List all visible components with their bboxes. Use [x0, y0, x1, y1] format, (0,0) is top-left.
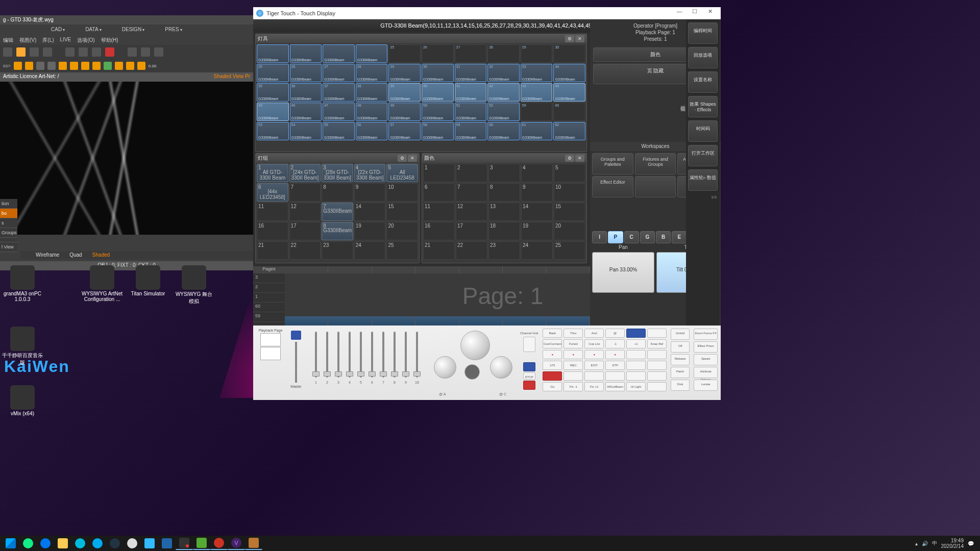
fixture-cell[interactable]: 29G330IIBeam [388, 64, 421, 82]
view-tab[interactable]: Wireframe [36, 252, 59, 258]
taskbar-recorder[interactable] [176, 537, 193, 550]
hw-button[interactable]: Zoom Focus FX [694, 329, 718, 340]
group-cell[interactable]: 6[44x LED23458] [257, 183, 288, 202]
fader-2[interactable]: 2 [324, 329, 331, 397]
hw-button[interactable] [626, 350, 646, 359]
group-cell[interactable]: 5All LED23458 [386, 164, 418, 182]
workspace-button[interactable]: Groups and Palettes [592, 153, 633, 174]
group-cell[interactable]: 12 [289, 203, 321, 221]
hw-button[interactable] [564, 371, 583, 381]
group-cell[interactable]: 21 [257, 241, 288, 260]
page-button[interactable]: 3 [253, 273, 285, 283]
colour-cell[interactable]: 13 [488, 203, 520, 221]
ime-indicator[interactable]: 中 [932, 540, 937, 547]
hw-button[interactable]: EXIT [584, 361, 604, 370]
hw-button[interactable] [543, 350, 562, 359]
fixture-cell[interactable]: 28 [487, 44, 520, 63]
group-cell[interactable]: 11 [257, 203, 288, 221]
wheel-a[interactable] [434, 356, 456, 379]
group-cell[interactable]: 19 [354, 222, 386, 240]
fixture-cell[interactable]: 34G330IIBeam [553, 64, 585, 82]
desktop-icon[interactable]: Titan Simulator [128, 265, 168, 296]
menu-button[interactable]: 编程时间 [688, 22, 718, 44]
fixture-cell[interactable]: 60 [553, 103, 585, 121]
hw-button[interactable] [647, 329, 667, 338]
side-tab[interactable]: l View [0, 242, 17, 252]
wysiwyg-side-tabs[interactable]: tionbosGroupsl View [0, 199, 17, 252]
colour-cell[interactable]: 16 [423, 222, 455, 240]
fixture-cell[interactable]: 57G330IIBeam [388, 122, 421, 140]
notifications-icon[interactable]: 💬 [968, 541, 974, 546]
fixture-cell[interactable]: 30 [553, 44, 585, 63]
group-cell[interactable]: 7G330IIBeam [322, 203, 353, 221]
fixture-cell[interactable]: 45G330IIBeam [257, 103, 289, 121]
attr-button-b[interactable]: B [656, 231, 671, 243]
hw-button[interactable] [626, 361, 646, 370]
fixture-cell[interactable]: G330IIBeam [290, 44, 322, 63]
colour-cell[interactable]: 1 [423, 164, 455, 182]
colour-cell[interactable]: 2 [456, 164, 487, 182]
fader-4[interactable]: 4 [346, 329, 353, 397]
panel-settings-button[interactable]: ⚙ [398, 155, 407, 162]
menu-button[interactable]: 效果 Shapes · Effects [688, 96, 718, 117]
colour-cell[interactable]: 11 [423, 203, 455, 221]
taskbar-titan[interactable] [210, 537, 228, 550]
hw-button[interactable] [605, 350, 625, 359]
fader-10[interactable]: 10 [413, 329, 421, 397]
group-cell[interactable]: 3[28x GTD-330II Beam] [322, 164, 353, 182]
wysiwyg-view-tabs[interactable]: WireframeQuadShaded [20, 251, 253, 259]
fader-6[interactable]: 6 [369, 329, 376, 397]
group-cell[interactable]: 14 [354, 203, 386, 221]
fixture-grid[interactable]: G330IIBeamG330IIBeamG330IIBeamG330IIBeam… [256, 43, 586, 141]
group-cell[interactable]: 23 [322, 241, 353, 260]
wysiwyg-mode-tabs[interactable]: CADDATADESIGNPRES [0, 24, 253, 36]
console-hardware[interactable]: Playback Page Master 12345678910 @ A @ C… [253, 325, 721, 400]
colour-cell[interactable]: 20 [554, 222, 585, 240]
colour-cell[interactable]: 6 [423, 183, 455, 202]
hw-button[interactable]: Patch [671, 367, 690, 378]
menu-item[interactable]: 编辑 [3, 37, 13, 44]
fixture-cell[interactable]: 32G330IIBeam [487, 64, 520, 82]
fixture-cell[interactable]: 27 [455, 44, 487, 63]
colour-grid[interactable]: 1234567891011121314151617181920212223242… [422, 163, 586, 261]
colour-cell[interactable]: 22 [456, 241, 487, 260]
page-button[interactable]: 2 [253, 283, 285, 293]
fixture-cell[interactable]: 52G330IIBeam [487, 103, 520, 121]
group-cell[interactable]: 9 [354, 183, 386, 202]
menu-button[interactable]: 时间码 [688, 120, 718, 142]
hw-button[interactable]: Release [671, 354, 690, 365]
fixture-cell[interactable]: 26 [422, 44, 454, 63]
wheel-b[interactable] [490, 356, 512, 379]
fader-5[interactable]: 5 [357, 329, 364, 397]
page-button[interactable]: 60 [253, 303, 285, 312]
wysiwyg-toolbar-1[interactable] [0, 45, 253, 59]
colour-cell[interactable]: 10 [554, 183, 585, 202]
fixture-cell[interactable]: 27G330IIBeam [323, 64, 355, 82]
fixture-cell[interactable]: 37G330IIBeam [323, 83, 355, 102]
group-cell[interactable]: 8G330IIBeam [322, 222, 353, 240]
panel-settings-button[interactable]: ⚙ [565, 155, 574, 162]
attr-button-g[interactable]: G [640, 231, 655, 243]
group-cell[interactable]: 1All GTD-330II Beam [257, 164, 288, 182]
group-cell[interactable]: 24 [354, 241, 386, 260]
attr-button-p[interactable]: P [608, 231, 623, 243]
hw-button[interactable] [584, 371, 604, 381]
wysiwyg-3d-view[interactable] [0, 82, 253, 235]
fixture-cell[interactable]: 50G330IIBeam [422, 103, 454, 121]
hw-button[interactable]: Snap Ref [647, 339, 667, 348]
fader-8[interactable]: 8 [391, 329, 398, 397]
group-cell[interactable]: 15 [386, 203, 418, 221]
colour-cell[interactable]: 18 [488, 222, 520, 240]
menu-button[interactable]: 属性轮= 数值 [688, 169, 718, 191]
desktop-icon[interactable]: 千千静听百度音乐版 [2, 327, 43, 366]
fixture-cell[interactable]: 25G330IIBeam [257, 64, 289, 82]
menu-button[interactable]: 设置名称 [688, 71, 718, 93]
panel-close-button[interactable]: ✕ [575, 35, 584, 42]
hw-button[interactable]: And [584, 329, 604, 338]
tray-overflow-icon[interactable]: ▴ [915, 541, 918, 546]
fader-3[interactable]: 3 [335, 329, 342, 397]
desktop-icon[interactable]: WYSIWYG ArtNet Configuration ... [82, 265, 122, 302]
hw-button[interactable] [626, 371, 646, 381]
fixture-cell[interactable]: 39G330IIBeam [388, 83, 421, 102]
taskbar-explorer[interactable] [54, 537, 71, 550]
